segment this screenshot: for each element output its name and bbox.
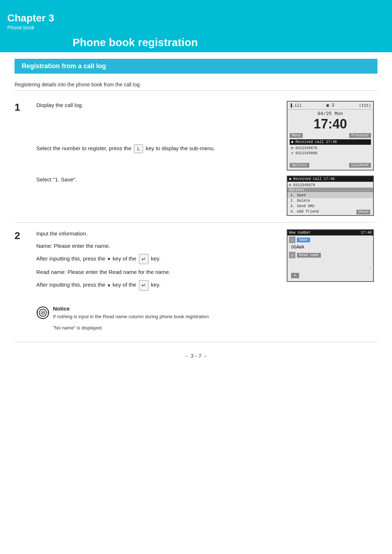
options-softkey[interactable]: Options	[290, 163, 309, 168]
step-1-screens: ▐.ill ▣ 3 (III) 04/25 Mon 17:40 Menu Pre…	[283, 101, 377, 216]
menu-item-sms[interactable]: 3. Send SMS	[287, 204, 373, 209]
name-label: Name	[297, 238, 310, 242]
content-area: Registering details into the phone book …	[0, 74, 392, 346]
step-2-instruction-2: Name: Please enter the name.	[36, 242, 276, 250]
screen2-body: ■ Received call 17:40 ⊟ 0312345679 Optio…	[287, 176, 373, 215]
call-entry-3: ✗ 0312345680	[290, 151, 371, 156]
step-1-content: Display the call log. Select the number …	[36, 101, 283, 216]
read-name-field-row: ☺ Read name	[287, 251, 373, 259]
screen2-call-number: ⊟ 0312345679	[287, 182, 373, 188]
step-2-screen: New number 17:40 ☺ Name OGAWA ☺ Read nam…	[283, 229, 377, 335]
enter-key-2: ↵	[139, 280, 148, 290]
intro-text: Registering details into the phone book …	[15, 82, 377, 91]
step-1-instruction-2: Select the number to register, press the…	[36, 144, 276, 153]
menu-item-save[interactable]: 1. Save	[287, 193, 373, 198]
menu-item-delete[interactable]: 2. Delete	[287, 198, 373, 204]
battery-level: (III)	[359, 103, 371, 108]
signal-icon: ▐.ill	[290, 103, 302, 108]
notice-body-1: If nothing is input in the Read name col…	[53, 313, 209, 321]
call-entry-2: ⊟ 0312345679	[290, 145, 371, 151]
options-bar: Options	[287, 188, 373, 192]
phone-screen-1: ▐.ill ▣ 3 (III) 04/25 Mon 17:40 Menu Pre…	[287, 101, 374, 171]
chapter-label: Chapter 3	[7, 13, 54, 24]
notice-box: Notice If nothing is input in the Read n…	[36, 305, 276, 336]
down-arrow-icon: ▼	[107, 256, 111, 263]
read-name-value	[287, 259, 373, 266]
menu-item-friend[interactable]: 4. Add friendIMode	[287, 209, 373, 215]
step-1-instruction-1: Display the call log.	[36, 101, 276, 110]
enter-key-1: ↵	[139, 254, 148, 264]
step-2-instruction-5: After inputting this, press the ▼ key of…	[36, 280, 276, 290]
screen3-time: 17:40	[361, 231, 372, 235]
name-field-icon: ☺	[289, 237, 295, 243]
screen3-top-bar: New number 17:40	[287, 230, 373, 235]
step-1-number: 1	[15, 101, 36, 216]
call-entry-1: ■ Received call 17:40	[290, 139, 371, 145]
step-1-inner: Display the call log. Select the number …	[36, 101, 377, 216]
phone-screen-3: New number 17:40 ☺ Name OGAWA ☺ Read nam…	[287, 229, 374, 282]
footer: － 3－7 －	[0, 346, 392, 363]
step-2-instruction-4: Read name: Please enter the Read name fo…	[36, 268, 276, 276]
step-2-instruction-1: Input the information.	[36, 229, 276, 238]
svg-point-3	[42, 312, 44, 313]
read-name-field-icon: ☺	[289, 252, 295, 258]
page-title: Phone book registration	[73, 36, 198, 49]
time-display: 17:40	[290, 116, 371, 132]
battery-icon: ▣ 3	[326, 103, 334, 108]
softkey-bar: Options DialMode	[290, 163, 371, 168]
status-bar: ▐.ill ▣ 3 (III)	[287, 102, 373, 110]
read-name-label: Read name	[297, 253, 321, 258]
screen-body: 04/25 Mon 17:40 Menu Presence ■ Received…	[287, 110, 373, 170]
phone-screen-2: ■ Received call 17:40 ⊟ 0312345679 Optio…	[287, 176, 374, 216]
header-bottom: Phone book registration	[0, 33, 392, 52]
name-field-row: ☺ Name	[287, 235, 373, 244]
down-arrow-icon-2: ▼	[107, 282, 111, 289]
l-key: L	[134, 144, 143, 153]
notice-text: Notice If nothing is input in the Read n…	[53, 305, 209, 336]
page-number: － 3－7 －	[184, 353, 208, 359]
section-heading: Registration from a call log	[15, 59, 377, 74]
step-2-inner: Input the information. Name: Please ente…	[36, 229, 377, 335]
step-1-row: 1 Display the call log. Select the numbe…	[15, 94, 377, 223]
name-value: OGAWA	[287, 244, 373, 251]
new-number-label: New number	[289, 231, 311, 235]
menu-bar: Menu Presence	[290, 133, 371, 138]
step-1-instruction-3: Select "1. Save".	[36, 175, 276, 184]
step-2-instruction-3: After inputting this, press the ▼ key of…	[36, 254, 276, 264]
date-display: 04/25 Mon	[290, 111, 371, 116]
screen2-call-entry: ■ Received call 17:40	[287, 176, 373, 182]
presence-button[interactable]: Presence	[349, 133, 371, 138]
chapter-sub: Phone book	[7, 25, 54, 30]
dialmode-softkey[interactable]: DialMode	[349, 163, 371, 168]
step-2-content: Input the information. Name: Please ente…	[36, 229, 283, 335]
step-2-row: 2 Input the information. Name: Please en…	[15, 223, 377, 342]
step-2-number: 2	[15, 229, 36, 335]
bottom-area: A	[287, 270, 373, 281]
notice-label: Notice	[53, 305, 70, 312]
scroll-down-arrow: ↓	[287, 266, 373, 270]
notice-body-2: "No name" is displayed.	[53, 324, 209, 332]
notice-icon	[36, 306, 49, 319]
a-button[interactable]: A	[291, 273, 299, 278]
menu-button[interactable]: Menu	[290, 133, 303, 138]
header-top: Chapter 3 Phone book	[0, 0, 392, 33]
